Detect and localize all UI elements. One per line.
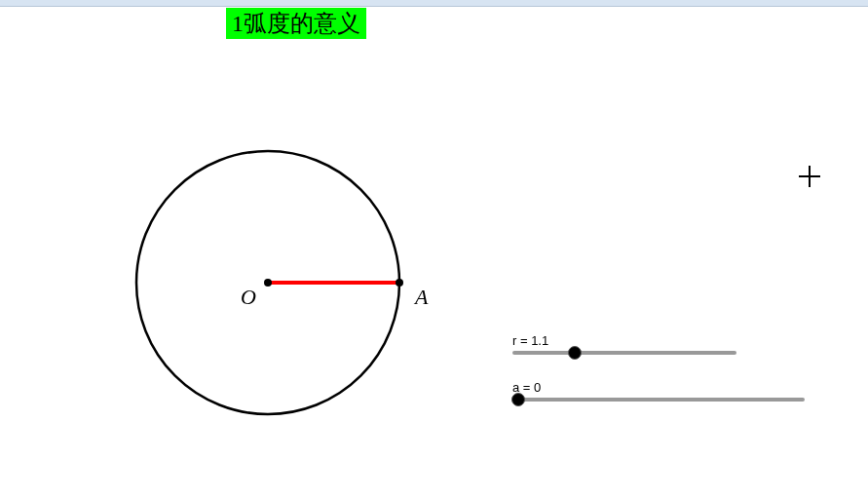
- slider-a[interactable]: a = 0: [512, 398, 805, 402]
- geometry-canvas[interactable]: [0, 0, 868, 498]
- point-A[interactable]: [396, 279, 403, 287]
- label-A: A: [415, 285, 428, 310]
- plus-icon: [799, 166, 820, 187]
- slider-r[interactable]: r = 1.1: [512, 351, 736, 355]
- slider-a-thumb[interactable]: [511, 393, 525, 406]
- slider-r-label: r = 1.1: [512, 333, 548, 348]
- slider-a-track[interactable]: [512, 398, 805, 402]
- slider-r-thumb[interactable]: [568, 346, 582, 360]
- slider-r-track[interactable]: [512, 351, 736, 355]
- label-O: O: [241, 285, 256, 310]
- point-O[interactable]: [264, 279, 272, 287]
